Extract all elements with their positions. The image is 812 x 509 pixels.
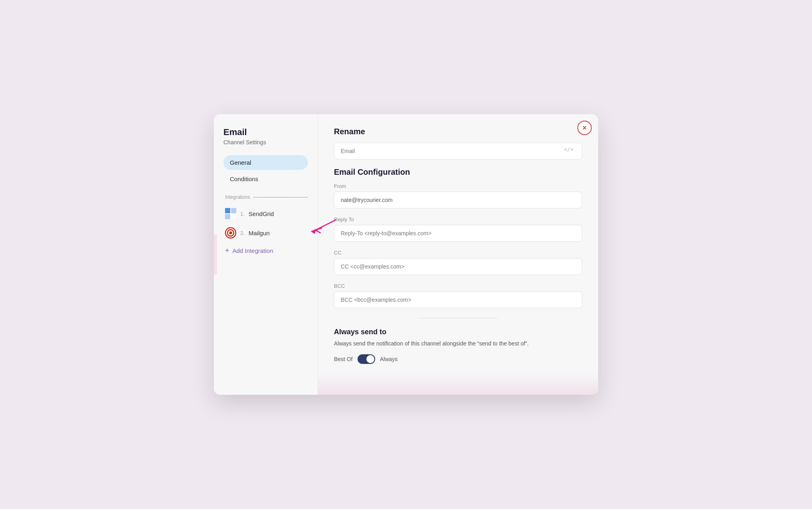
rename-title: Rename (334, 127, 582, 136)
plus-icon: + (225, 246, 229, 255)
always-send-toggle[interactable] (358, 354, 375, 364)
code-bracket: </> (564, 146, 573, 152)
always-send-title: Always send to (334, 328, 582, 336)
reply-to-field: Reply To (334, 216, 582, 242)
integrations-section-label: Integrations (225, 194, 308, 200)
close-icon: × (583, 124, 587, 132)
reply-to-input[interactable] (334, 225, 582, 242)
from-field: From (334, 183, 582, 208)
always-send-section: Always send to Always send the notificat… (334, 328, 582, 364)
svg-rect-3 (231, 214, 236, 219)
svg-marker-4 (311, 229, 316, 234)
cc-label: CC (334, 250, 582, 256)
integration-sendgrid-number: 1. (240, 211, 245, 217)
always-send-desc: Always send the notification of this cha… (334, 339, 582, 348)
svg-rect-2 (225, 214, 230, 219)
integration-mailgun[interactable]: 2. Mailgun (223, 224, 308, 242)
rename-section: Rename (334, 127, 582, 160)
rename-input[interactable] (334, 143, 582, 160)
sidebar-title: Email (223, 127, 308, 137)
integration-mailgun-number: 2. (240, 230, 245, 236)
mailgun-icon (225, 227, 236, 238)
sidebar-subtitle: Channel Settings (223, 139, 308, 145)
integration-mailgun-name: Mailgun (249, 230, 270, 236)
nav-item-general[interactable]: General (223, 155, 308, 170)
sidebar: Email Channel Settings General Condition… (214, 114, 318, 395)
integration-sendgrid[interactable]: 1. SendGrid (223, 205, 308, 222)
best-of-label: Best Of (334, 356, 353, 362)
bcc-field: BCC (334, 283, 582, 308)
email-config-title: Email Configuration (334, 168, 582, 177)
integration-sendgrid-name: SendGrid (249, 210, 274, 217)
nav-item-conditions[interactable]: Conditions (223, 172, 308, 186)
from-label: From (334, 183, 582, 189)
reply-to-label: Reply To (334, 216, 582, 222)
svg-rect-0 (225, 208, 230, 213)
bcc-label: BCC (334, 283, 582, 289)
toggle-row: Best Of Always (334, 354, 582, 364)
section-divider (418, 318, 498, 318)
add-integration-label: Add Integration (233, 247, 273, 254)
sendgrid-icon (225, 208, 236, 219)
always-label: Always (380, 356, 398, 362)
svg-rect-1 (231, 208, 236, 213)
svg-point-7 (229, 232, 232, 234)
bottom-bar-hint (318, 372, 598, 395)
bcc-input[interactable] (334, 291, 582, 308)
cc-field: CC (334, 250, 582, 275)
modal-container: × </> Email Channel Settings General Con… (214, 114, 598, 395)
main-content: Rename Email Configuration From Reply To… (318, 114, 598, 395)
cc-input[interactable] (334, 258, 582, 275)
bg-hint-left (214, 234, 217, 275)
close-button[interactable]: × (577, 121, 592, 135)
add-integration-button[interactable]: + Add Integration (223, 243, 308, 258)
from-input[interactable] (334, 192, 582, 208)
